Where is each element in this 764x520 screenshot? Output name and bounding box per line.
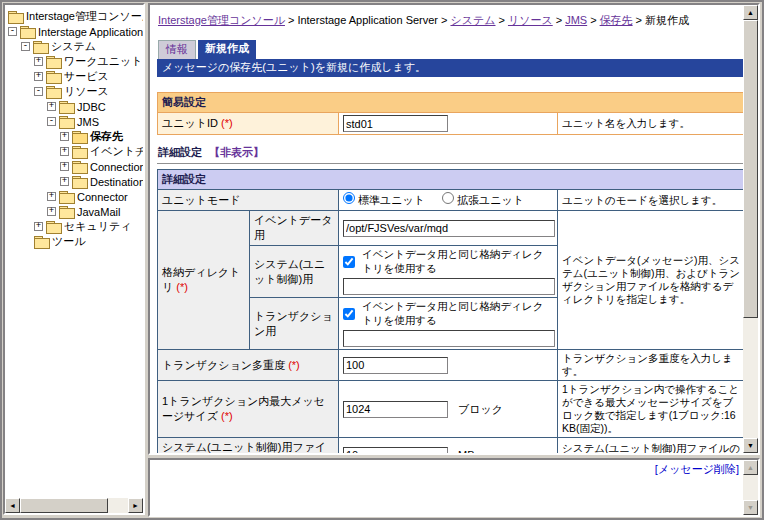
tab-info[interactable]: 情報 (158, 40, 196, 59)
required-mark: (*) (221, 410, 233, 422)
scroll-down-button[interactable]: ▼ (743, 500, 758, 515)
table-row: トランザクション多重度 (*) トランザクション多重度を入力します。 (158, 350, 744, 381)
detail-settings-toggle: 詳細設定 【非表示】 (158, 145, 743, 160)
scroll-up-button[interactable]: ▲ (743, 5, 758, 20)
tree-item-system[interactable]: - システム (5, 39, 143, 54)
system-directory-input[interactable] (343, 278, 555, 295)
tree-item-security[interactable]: + セキュリティ (5, 219, 143, 234)
expand-icon[interactable]: + (34, 222, 43, 231)
delete-messages-link[interactable]: [メッセージ削除] (655, 462, 739, 477)
transaction-multiplicity-input[interactable] (343, 357, 448, 374)
breadcrumb-separator: > (636, 14, 642, 26)
event-data-dir-value-cell (339, 211, 558, 246)
breadcrumb-jms-link[interactable]: JMS (565, 14, 587, 26)
max-message-size-input[interactable] (343, 401, 448, 418)
expand-icon[interactable]: + (34, 72, 43, 81)
tree-item-console-root[interactable]: Interstage管理コンソール (5, 9, 143, 24)
folder-icon (59, 101, 74, 113)
content-vertical-scrollbar[interactable]: ▲ ▼ (743, 5, 758, 453)
tree-item-tool[interactable]: ツール (5, 234, 143, 249)
scrollbar-thumb[interactable] (20, 498, 108, 513)
detail-settings-table: 詳細設定 ユニットモード 標準ユニット 拡張ユニット ユニットのモードを選択しま… (157, 169, 743, 453)
tree-item-connector[interactable]: + Connector (5, 189, 143, 204)
divider (157, 163, 743, 165)
collapse-icon[interactable]: - (47, 117, 56, 126)
breadcrumb-console-link[interactable]: Interstage管理コンソール (158, 14, 285, 26)
tree-item-service[interactable]: + サービス (5, 69, 143, 84)
page-description-bar: メッセージの保存先(ユニット)を新規に作成します。 (157, 59, 743, 77)
simple-settings-table: 簡易設定 ユニットID (*) ユニット名を入力します。 (157, 92, 743, 135)
tree-item-jdbc[interactable]: + JDBC (5, 99, 143, 114)
collapse-icon[interactable]: - (21, 42, 30, 51)
table-row: システム(ユニット制御)用ファイル容量 (*) MB システム(ユニット制御)用… (158, 438, 744, 454)
event-data-directory-input[interactable] (343, 220, 555, 237)
tree-horizontal-scrollbar[interactable]: ◄ ► (5, 498, 143, 513)
simple-settings-header: 簡易設定 (158, 93, 744, 113)
folder-icon (59, 206, 74, 218)
interstage-console-window: Interstage管理コンソール - Interstage Applicati… (0, 0, 764, 520)
breadcrumb-resource-link[interactable]: リソース (508, 14, 553, 26)
breadcrumb-separator: > (556, 14, 562, 26)
expand-icon[interactable]: + (47, 102, 56, 111)
folder-icon (33, 41, 48, 53)
message-vertical-scrollbar[interactable]: ▲ ▼ (743, 460, 758, 515)
collapse-icon[interactable]: - (8, 27, 17, 36)
breadcrumb: Interstage管理コンソール>Interstage Application… (158, 13, 743, 28)
standard-unit-radio-option[interactable]: 標準ユニット (343, 194, 428, 206)
open-folder-icon (72, 131, 87, 143)
unit-id-input[interactable] (343, 115, 448, 132)
main-content: Interstage管理コンソール>Interstage Application… (150, 5, 743, 453)
transaction-same-directory-option[interactable]: イベントデータ用と同じ格納ディレクトリを使用する (343, 300, 553, 328)
tree-item-resource[interactable]: - リソース (5, 84, 143, 99)
scroll-up-button[interactable]: ▲ (743, 460, 758, 475)
breadcrumb-create-current: 新規作成 (645, 14, 689, 26)
tree-item-jms[interactable]: - JMS (5, 114, 143, 129)
unit-mode-description: ユニットのモードを選択します。 (558, 190, 744, 211)
storage-directory-description: イベントデータ(メッセージ)用、システム(ユニット制御)用、およびトランザクショ… (558, 211, 744, 350)
tree-item-destination[interactable]: + Destination (5, 174, 143, 189)
transaction-same-directory-checkbox[interactable] (343, 308, 355, 320)
expand-icon[interactable]: + (34, 57, 43, 66)
tab-bar: 情報 新規作成 (158, 40, 743, 59)
expand-icon[interactable]: + (47, 207, 56, 216)
system-same-directory-checkbox[interactable] (343, 256, 355, 268)
tree-item-event-channel[interactable]: + イベントチャネル (5, 144, 143, 159)
tree-item-workunit[interactable]: + ワークユニット (5, 54, 143, 69)
scrollbar-thumb[interactable] (743, 20, 758, 318)
breadcrumb-separator: > (590, 14, 596, 26)
breadcrumb-system-link[interactable]: システム (450, 14, 495, 26)
table-row: 1トランザクション内最大メッセージサイズ (*) ブロック 1トランザクション内… (158, 381, 744, 438)
tree-item-javamail[interactable]: + JavaMail (5, 204, 143, 219)
expand-icon[interactable]: + (47, 192, 56, 201)
collapse-icon[interactable]: - (34, 87, 43, 96)
unit-mode-value-cell: 標準ユニット 拡張ユニット (339, 190, 558, 211)
required-mark: (*) (176, 281, 188, 293)
folder-icon (46, 56, 61, 68)
scroll-left-button[interactable]: ◄ (5, 498, 20, 513)
tab-create-new[interactable]: 新規作成 (198, 40, 256, 59)
transaction-directory-input[interactable] (343, 330, 555, 347)
required-mark: (*) (221, 117, 233, 129)
system-same-directory-option[interactable]: イベントデータ用と同じ格納ディレクトリを使用する (343, 248, 553, 276)
storage-directory-label-cell: 格納ディレクトリ (*) (158, 211, 250, 350)
standard-unit-radio[interactable] (343, 192, 355, 204)
scroll-down-button[interactable]: ▼ (743, 438, 758, 453)
extended-unit-radio[interactable] (442, 192, 454, 204)
folder-icon (59, 116, 74, 128)
navigation-tree-pane: Interstage管理コンソール - Interstage Applicati… (3, 3, 145, 515)
tree-item-storage-destination[interactable]: + 保存先 (5, 129, 143, 144)
hide-detail-link[interactable]: 【非表示】 (209, 146, 264, 158)
expand-icon[interactable]: + (60, 132, 69, 141)
folder-icon (59, 191, 74, 203)
scroll-right-button[interactable]: ► (128, 498, 143, 513)
expand-icon[interactable]: + (60, 147, 69, 156)
system-file-capacity-input[interactable] (343, 447, 448, 454)
expand-icon[interactable]: + (60, 162, 69, 171)
breadcrumb-separator: > (288, 14, 294, 26)
folder-icon (72, 161, 87, 173)
extended-unit-radio-option[interactable]: 拡張ユニット (442, 194, 524, 206)
breadcrumb-storage-link[interactable]: 保存先 (600, 14, 633, 26)
tree-item-connectionfactory[interactable]: + ConnectionFactory (5, 159, 143, 174)
tree-item-application-server[interactable]: - Interstage Application Server (5, 24, 143, 39)
expand-icon[interactable]: + (60, 177, 69, 186)
